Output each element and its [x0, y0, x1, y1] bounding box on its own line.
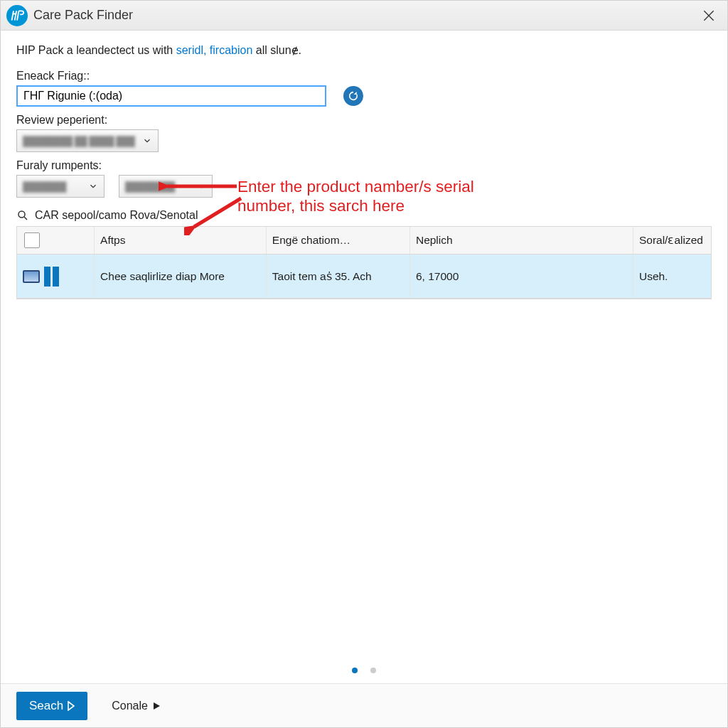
hp-logo-icon — [6, 5, 28, 26]
window-title: Care Pack Finder — [33, 8, 696, 23]
search-button[interactable]: Seach — [16, 692, 87, 720]
title-bar: Care Pack Finder — [1, 1, 727, 31]
refresh-icon — [348, 90, 359, 102]
table-row[interactable]: Chee saqlirlize diap More Taoit tem aṡ 3… — [17, 255, 711, 299]
continue-button-label: Conale — [112, 700, 148, 712]
page-dot-2[interactable] — [370, 668, 376, 673]
triangle-right-icon — [152, 702, 161, 710]
intro-post: all slunɇ. — [252, 44, 301, 56]
table-header-checkbox — [17, 227, 95, 254]
table-header-a[interactable]: Aftps — [95, 227, 267, 254]
close-icon — [702, 9, 716, 23]
continue-button[interactable]: Conale — [107, 699, 165, 713]
page-dot-1[interactable] — [352, 668, 358, 673]
table-header-row: Aftps Engë chatiom… Neplich Soral/ɛalize… — [17, 227, 711, 255]
play-icon — [68, 701, 75, 711]
results-section-header: CAR sepool/camo Rova/Senotal — [16, 209, 712, 222]
chevron-down-icon — [196, 181, 206, 191]
results-section-title: CAR sepool/camo Rova/Senotal — [35, 209, 198, 222]
furaly-dropdown-2-value: ████████ — [125, 181, 175, 192]
svg-point-0 — [18, 211, 25, 218]
row-cell-b: Taoit tem aṡ 35. Ach — [267, 255, 410, 298]
table-header-d[interactable]: Soral/ɛalized — [633, 227, 711, 254]
chevron-down-icon — [88, 181, 98, 191]
furaly-dropdown-2[interactable]: ████████ — [119, 175, 213, 198]
intro-pre: HIP Pack a leandectect us with — [16, 44, 176, 56]
review-dropdown[interactable]: ████████ ██ ████ ███ — [16, 129, 159, 152]
footer-bar: Seach Conale — [1, 683, 727, 727]
row-cell-a: Chee saqlirlize diap More — [95, 255, 267, 298]
search-input[interactable] — [16, 85, 326, 107]
row-icons-cell — [17, 255, 95, 298]
intro-link-2[interactable]: fircabion — [210, 44, 252, 56]
row-cell-c: 6, 17000 — [410, 255, 633, 298]
furaly-row: ███████ ████████ — [16, 175, 712, 198]
search-field-label: Eneack Friag:: — [16, 70, 712, 82]
chevron-down-icon — [142, 136, 152, 146]
refresh-button[interactable] — [343, 86, 363, 106]
close-button[interactable] — [696, 3, 722, 28]
furaly-label: Furaly rumpents: — [16, 159, 712, 172]
furaly-dropdown-1-value: ███████ — [23, 181, 66, 192]
page-indicator — [1, 668, 727, 673]
main-content: HIP Pack a leandectect us with seridl, f… — [1, 31, 727, 683]
table-header-b[interactable]: Engë chatiom… — [267, 227, 410, 254]
review-label: Review peperient: — [16, 114, 712, 127]
intro-text: HIP Pack a leandectect us with seridl, f… — [16, 43, 712, 57]
results-table: Aftps Engë chatiom… Neplich Soral/ɛalize… — [16, 226, 712, 299]
table-header-c[interactable]: Neplich — [410, 227, 633, 254]
search-button-label: Seach — [29, 699, 63, 713]
row-cell-d: Useh. — [633, 255, 711, 298]
review-dropdown-value: ████████ ██ ████ ███ — [23, 136, 134, 146]
furaly-dropdown-1[interactable]: ███████ — [16, 175, 105, 198]
app-window: Care Pack Finder HIP Pack a leandectect … — [0, 0, 728, 728]
search-row — [16, 85, 712, 107]
monitor-icon — [23, 270, 40, 283]
search-section-icon — [16, 209, 29, 222]
select-all-checkbox[interactable] — [24, 232, 40, 248]
bars-icon — [44, 267, 59, 287]
intro-link-1[interactable]: seridl, — [176, 44, 207, 56]
